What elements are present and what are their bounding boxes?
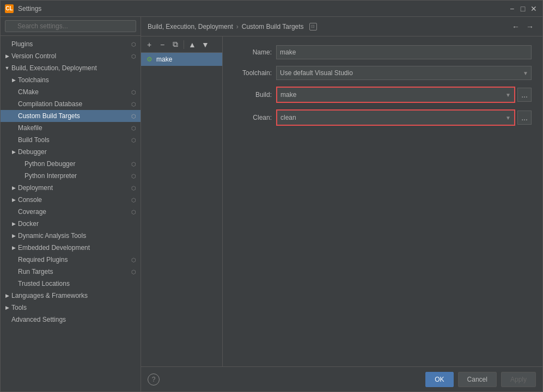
help-button[interactable]: ? xyxy=(148,373,160,385)
panel-split: + − ⧉ ▲ ▼ ⚙ make xyxy=(141,36,542,366)
arrow-icon xyxy=(10,280,17,287)
ok-button[interactable]: OK xyxy=(425,372,453,387)
sidebar-item-languages[interactable]: ▶ Languages & Frameworks xyxy=(1,290,141,302)
arrow-icon xyxy=(17,161,23,167)
window-title: Settings xyxy=(18,5,508,13)
build-field: make ▼ ... xyxy=(276,87,532,103)
clean-select[interactable]: clean xyxy=(277,111,514,125)
search-input[interactable] xyxy=(5,20,136,32)
toolchain-row: Toolchain: Use default Visual Studio ▼ xyxy=(234,66,532,80)
minimize-button[interactable]: − xyxy=(508,4,516,13)
sidebar-item-console[interactable]: ▶ Console ⬡ xyxy=(1,194,141,206)
arrow-icon xyxy=(17,173,23,179)
external-icon: ⬡ xyxy=(130,172,137,180)
name-label: Name: xyxy=(234,48,272,56)
toolbar-separator xyxy=(184,40,184,49)
maximize-button[interactable]: □ xyxy=(518,4,527,13)
titlebar: CL Settings − □ ✕ xyxy=(1,1,542,17)
settings-window: CL Settings − □ ✕ 🔍 Plugins ⬡ xyxy=(0,0,543,392)
sidebar-item-plugins[interactable]: Plugins ⬡ xyxy=(1,38,141,50)
external-icon: ⬡ xyxy=(130,184,137,192)
targets-toolbar: + − ⧉ ▲ ▼ xyxy=(141,36,222,53)
sidebar-item-embedded-dev[interactable]: ▶ Embedded Development xyxy=(1,242,141,254)
sidebar-item-docker[interactable]: ▶ Docker xyxy=(1,218,141,230)
arrow-icon: ▶ xyxy=(10,185,17,191)
build-row: Build: make ▼ ... xyxy=(234,87,532,103)
sidebar-item-custom-build-targets[interactable]: Custom Build Targets ⬡ xyxy=(1,110,141,122)
build-ellipsis-button[interactable]: ... xyxy=(517,88,532,102)
target-item-make[interactable]: ⚙ make xyxy=(141,53,222,66)
breadcrumb-nav: ← → xyxy=(510,21,536,33)
main-panel: Build, Execution, Deployment › Custom Bu… xyxy=(141,17,542,391)
name-input[interactable] xyxy=(276,45,532,59)
arrow-icon: ▶ xyxy=(10,220,17,227)
sidebar-item-run-targets[interactable]: Run Targets ⬡ xyxy=(1,266,141,278)
clean-field: clean ▼ ... xyxy=(276,109,532,126)
sidebar-item-debugger[interactable]: ▶ Debugger xyxy=(1,146,141,158)
cancel-button[interactable]: Cancel xyxy=(458,372,497,387)
arrow-icon: ▶ xyxy=(4,292,10,299)
external-icon: ⬡ xyxy=(130,160,137,168)
arrow-icon xyxy=(10,101,17,107)
arrow-icon xyxy=(10,256,17,263)
sidebar-item-dynamic-analysis[interactable]: ▶ Dynamic Analysis Tools xyxy=(1,230,141,242)
move-down-button[interactable]: ▼ xyxy=(199,39,211,51)
sidebar-item-deployment[interactable]: ▶ Deployment ⬡ xyxy=(1,182,141,194)
clean-row: Clean: clean ▼ ... xyxy=(234,109,532,126)
sidebar-item-tools[interactable]: ▶ Tools xyxy=(1,302,141,314)
copy-target-button[interactable]: ⧉ xyxy=(169,39,181,51)
tab-pin-icon[interactable]: ⊡ xyxy=(309,23,317,30)
external-icon: ⬡ xyxy=(130,256,137,264)
build-label: Build: xyxy=(234,91,272,99)
arrow-icon: ▼ xyxy=(4,65,10,71)
content-area: 🔍 Plugins ⬡ ▶ Version Control ⬡ xyxy=(1,17,542,391)
external-icon: ⬡ xyxy=(130,52,137,60)
window-controls: − □ ✕ xyxy=(508,4,538,13)
breadcrumb-parent: Build, Execution, Deployment xyxy=(148,23,233,30)
sidebar-item-build-tools[interactable]: Build Tools ⬡ xyxy=(1,134,141,146)
sidebar-item-cmake[interactable]: CMake ⬡ xyxy=(1,86,141,98)
arrow-icon xyxy=(4,41,10,47)
arrow-icon xyxy=(10,137,17,143)
arrow-icon xyxy=(10,113,17,119)
external-icon: ⬡ xyxy=(130,88,137,96)
breadcrumb-separator: › xyxy=(236,23,239,30)
build-select-wrapper: make ▼ xyxy=(276,87,515,103)
build-select[interactable]: make xyxy=(277,88,514,102)
toolchain-select-wrapper: Use default Visual Studio ▼ xyxy=(276,66,532,80)
footer-buttons: OK Cancel Apply xyxy=(425,372,536,387)
dialog-footer: ? OK Cancel Apply xyxy=(141,366,542,391)
name-field xyxy=(276,45,532,59)
sidebar-item-coverage[interactable]: Coverage ⬡ xyxy=(1,206,141,218)
sidebar-item-python-debugger[interactable]: Python Debugger ⬡ xyxy=(1,158,141,170)
sidebar-item-compilation-db[interactable]: Compilation Database ⬡ xyxy=(1,98,141,110)
toolchain-select[interactable]: Use default Visual Studio xyxy=(276,66,532,80)
target-icon: ⚙ xyxy=(145,56,153,63)
sidebar-item-makefile[interactable]: Makefile ⬡ xyxy=(1,122,141,134)
breadcrumb-bar: Build, Execution, Deployment › Custom Bu… xyxy=(141,17,542,36)
sidebar-item-toolchains[interactable]: ▶ Toolchains xyxy=(1,74,141,86)
clean-ellipsis-button[interactable]: ... xyxy=(517,111,532,125)
sidebar-item-python-interpreter[interactable]: Python Interpreter ⬡ xyxy=(1,170,141,182)
arrow-icon: ▶ xyxy=(10,232,17,239)
sidebar-item-build-execution[interactable]: ▼ Build, Execution, Deployment xyxy=(1,62,141,74)
move-up-button[interactable]: ▲ xyxy=(186,39,198,51)
arrow-icon: ▶ xyxy=(10,244,17,251)
close-button[interactable]: ✕ xyxy=(529,4,538,13)
apply-button[interactable]: Apply xyxy=(501,372,536,387)
toolchain-label: Toolchain: xyxy=(234,69,272,77)
external-icon: ⬡ xyxy=(130,196,137,204)
arrow-icon xyxy=(4,316,10,323)
back-button[interactable]: ← xyxy=(510,21,522,33)
sidebar-item-trusted-locations[interactable]: Trusted Locations xyxy=(1,278,141,290)
sidebar-item-required-plugins[interactable]: Required Plugins ⬡ xyxy=(1,254,141,266)
arrow-icon: ▶ xyxy=(10,77,17,83)
external-icon: ⬡ xyxy=(130,124,137,132)
add-target-button[interactable]: + xyxy=(143,39,155,51)
search-box: 🔍 xyxy=(1,17,141,36)
remove-target-button[interactable]: − xyxy=(156,39,168,51)
sidebar-item-version-control[interactable]: ▶ Version Control ⬡ xyxy=(1,50,141,62)
sidebar-item-advanced-settings[interactable]: Advanced Settings xyxy=(1,314,141,326)
forward-button[interactable]: → xyxy=(524,21,536,33)
arrow-icon: ▶ xyxy=(4,53,10,59)
